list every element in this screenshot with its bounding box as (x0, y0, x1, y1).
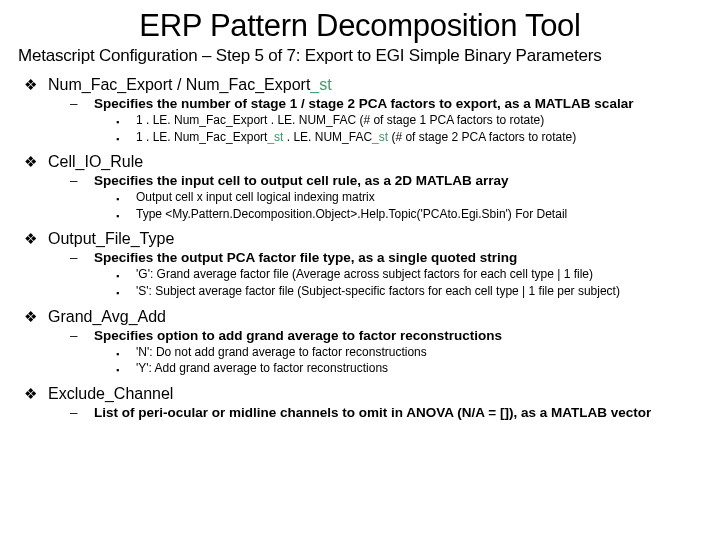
square-bullet-icon: ▪ (116, 288, 136, 300)
desc-text: Specifies the output PCA factor file typ… (94, 250, 517, 265)
square-bullet-icon: ▪ (116, 271, 136, 283)
section-desc: – List of peri-ocular or midline channel… (70, 405, 702, 420)
section-desc: – Specifies the number of stage 1 / stag… (70, 96, 702, 111)
diamond-bullet-icon: ❖ (24, 76, 48, 94)
section-head: ❖ Num_Fac_Export / Num_Fac_Export_st (24, 76, 702, 94)
section-head: ❖ Grand_Avg_Add (24, 308, 702, 326)
desc-text: Specifies the number of stage 1 / stage … (94, 96, 633, 111)
item-suffix: _st (372, 130, 388, 144)
dash-bullet-icon: – (70, 328, 94, 343)
desc-text: List of peri-ocular or midline channels … (94, 405, 651, 420)
dash-bullet-icon: – (70, 250, 94, 265)
diamond-bullet-icon: ❖ (24, 153, 48, 171)
dash-bullet-icon: – (70, 96, 94, 111)
item-text: 'G': Grand average factor file (Average … (136, 267, 593, 283)
square-bullet-icon: ▪ (116, 134, 136, 146)
section-desc: – Specifies option to add grand average … (70, 328, 702, 343)
head-suffix: _st (310, 76, 331, 93)
section-exclude-channel: ❖ Exclude_Channel – List of peri-ocular … (24, 385, 702, 420)
section-desc: – Specifies the input cell to output cel… (70, 173, 702, 188)
item-suffix: _st (267, 130, 283, 144)
item-text: 1 . LE. Num_Fac_Export . LE. NUM_FAC (# … (136, 113, 544, 129)
diamond-bullet-icon: ❖ (24, 230, 48, 248)
item-text: Output cell x input cell logical indexin… (136, 190, 375, 206)
list-item: ▪ Type <My.Pattern.Decomposition.Object>… (116, 207, 702, 223)
list-item: ▪ 1 . LE. Num_Fac_Export_st . LE. NUM_FA… (116, 130, 702, 146)
list-item: ▪ 1 . LE. Num_Fac_Export . LE. NUM_FAC (… (116, 113, 702, 129)
diamond-bullet-icon: ❖ (24, 385, 48, 403)
section-grand-avg-add: ❖ Grand_Avg_Add – Specifies option to ad… (24, 308, 702, 377)
square-bullet-icon: ▪ (116, 349, 136, 361)
page-title: ERP Pattern Decomposition Tool (18, 8, 702, 44)
square-bullet-icon: ▪ (116, 194, 136, 206)
item-text: (# of stage 2 PCA factors to rotate) (388, 130, 576, 144)
dash-bullet-icon: – (70, 173, 94, 188)
list-item: ▪ 'Y': Add grand average to factor recon… (116, 361, 702, 377)
section-desc: – Specifies the output PCA factor file t… (70, 250, 702, 265)
page-subtitle: Metascript Configuration – Step 5 of 7: … (18, 46, 702, 66)
list-item: ▪ 'G': Grand average factor file (Averag… (116, 267, 702, 283)
section-num-fac-export: ❖ Num_Fac_Export / Num_Fac_Export_st – S… (24, 76, 702, 145)
section-cell-io-rule: ❖ Cell_IO_Rule – Specifies the input cel… (24, 153, 702, 222)
section-head: ❖ Output_File_Type (24, 230, 702, 248)
head-text: Exclude_Channel (48, 385, 173, 403)
item-text: 'S': Subject average factor file (Subjec… (136, 284, 620, 300)
head-text: Cell_IO_Rule (48, 153, 143, 171)
square-bullet-icon: ▪ (116, 211, 136, 223)
head-text: Output_File_Type (48, 230, 174, 248)
section-output-file-type: ❖ Output_File_Type – Specifies the outpu… (24, 230, 702, 299)
list-item: ▪ 'S': Subject average factor file (Subj… (116, 284, 702, 300)
item-text: 'Y': Add grand average to factor reconst… (136, 361, 388, 377)
diamond-bullet-icon: ❖ (24, 308, 48, 326)
item-text: 1 . LE. Num_Fac_Export (136, 130, 267, 144)
item-text: 'N': Do not add grand average to factor … (136, 345, 427, 361)
square-bullet-icon: ▪ (116, 117, 136, 129)
list-item: ▪ Output cell x input cell logical index… (116, 190, 702, 206)
desc-text: Specifies option to add grand average to… (94, 328, 502, 343)
head-text: Grand_Avg_Add (48, 308, 166, 326)
section-head: ❖ Exclude_Channel (24, 385, 702, 403)
list-item: ▪ 'N': Do not add grand average to facto… (116, 345, 702, 361)
section-head: ❖ Cell_IO_Rule (24, 153, 702, 171)
head-text: Num_Fac_Export / Num_Fac_Export (48, 76, 310, 93)
dash-bullet-icon: – (70, 405, 94, 420)
item-text: Type <My.Pattern.Decomposition.Object>.H… (136, 207, 567, 223)
square-bullet-icon: ▪ (116, 365, 136, 377)
item-text: . LE. NUM_FAC (283, 130, 372, 144)
desc-text: Specifies the input cell to output cell … (94, 173, 509, 188)
